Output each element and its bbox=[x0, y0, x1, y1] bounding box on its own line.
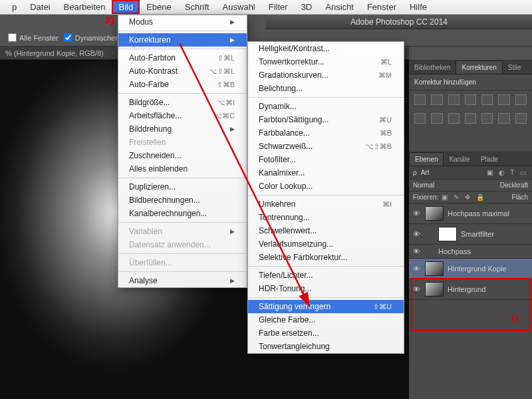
all-windows-checkbox[interactable] bbox=[8, 33, 17, 42]
tab-korrekturen[interactable]: Korrekturen bbox=[456, 61, 502, 74]
menuitem-tiefen-lichter-[interactable]: Tiefen/Lichter... bbox=[248, 269, 404, 282]
app-title: Adobe Photoshop CC 2014 bbox=[266, 15, 532, 29]
menuitem-auto-farbe[interactable]: Auto-Farbe⇧⌘B bbox=[118, 78, 247, 91]
menu-hilfe[interactable]: Hilfe bbox=[403, 0, 434, 14]
menuitem-belichtung-[interactable]: Belichtung... bbox=[248, 82, 404, 95]
menuitem-umkehren[interactable]: Umkehren⌘I bbox=[248, 198, 404, 211]
menuitem-hdr-tonung-[interactable]: HDR-Tonung... bbox=[248, 282, 404, 295]
menuitem-gleiche-farbe-[interactable]: Gleiche Farbe... bbox=[248, 313, 404, 327]
opacity-label: Deckkraft bbox=[500, 182, 528, 189]
menu-p[interactable]: p bbox=[5, 0, 23, 14]
menu-filter[interactable]: Filter bbox=[262, 0, 295, 14]
layer-panel-tabs: EbenenKanälePfade bbox=[409, 152, 532, 166]
all-windows-label: Alle Fenster bbox=[19, 34, 59, 42]
visibility-icon[interactable]: 👁 bbox=[412, 247, 421, 255]
layer-name: Hochpass maximal bbox=[448, 209, 509, 217]
adjustment-icons-row2 bbox=[409, 109, 532, 128]
menu-schrift[interactable]: Schrift bbox=[178, 0, 216, 14]
menuitem-schwellenwert-[interactable]: Schwellenwert... bbox=[248, 224, 404, 237]
menuitem-kanalmixer-[interactable]: Kanalmixer... bbox=[248, 166, 404, 180]
layer-name: Hintergrund bbox=[448, 285, 485, 293]
layer-thumb bbox=[438, 227, 457, 241]
visibility-icon[interactable]: 👁 bbox=[412, 230, 421, 238]
layer-row[interactable]: 👁Hochpass bbox=[409, 245, 532, 259]
menuitem-bildberechnungen-[interactable]: Bildberechnungen... bbox=[118, 194, 247, 207]
right-panel: BibliothekenKorrekturenStile Korrektur h… bbox=[409, 60, 532, 399]
layer-row[interactable]: 👁Hintergrund Kopie bbox=[409, 259, 532, 279]
menuitem-fotofilter-[interactable]: Fotofilter... bbox=[248, 153, 404, 166]
submenu-korrekturen: Helligkeit/Kontrast...Tonwertkorrektur..… bbox=[247, 41, 404, 354]
dynamic-label: Dynamischer bbox=[75, 34, 118, 42]
visibility-icon[interactable]: 👁 bbox=[412, 209, 421, 217]
menuitem-helligkeit-kontrast-[interactable]: Helligkeit/Kontrast... bbox=[248, 42, 404, 55]
tab-ebenen[interactable]: Ebenen bbox=[409, 152, 444, 166]
menuitem-farbbalance-[interactable]: Farbbalance...⌘B bbox=[248, 126, 404, 140]
tab-bibliotheken[interactable]: Bibliotheken bbox=[409, 61, 456, 74]
layer-name: Smartfilter bbox=[461, 230, 494, 238]
lock-label: Fixieren: bbox=[413, 194, 438, 201]
menu-bild[interactable]: Bild bbox=[112, 0, 140, 14]
menu-bearbeiten[interactable]: Bearbeiten bbox=[57, 0, 112, 14]
menu-fenster[interactable]: Fenster bbox=[360, 0, 403, 14]
layers-list: 👁Hochpass maximal👁Smartfilter👁Hochpass👁H… bbox=[409, 203, 532, 300]
menuitem-duplizieren-[interactable]: Duplizieren... bbox=[118, 180, 247, 194]
menuitem-gradationskurven-[interactable]: Gradationskurven...⌘M bbox=[248, 68, 404, 82]
menubar: pDateiBearbeitenBildEbeneSchriftAuswahlF… bbox=[0, 0, 532, 15]
menuitem--berf-llen-: Überfüllen... bbox=[118, 256, 247, 269]
menuitem-farbe-ersetzen-[interactable]: Farbe ersetzen... bbox=[248, 327, 404, 340]
tab-pfade[interactable]: Pfade bbox=[475, 153, 503, 166]
menuitem-zuschneiden-[interactable]: Zuschneiden... bbox=[118, 149, 247, 162]
menuitem-korrekturen[interactable]: Korrekturen▶ bbox=[118, 33, 247, 47]
menuitem-kanalberechnungen-[interactable]: Kanalberechnungen... bbox=[118, 207, 247, 220]
layer-row[interactable]: 👁Smartfilter bbox=[409, 224, 532, 245]
layer-name: Hintergrund Kopie bbox=[448, 265, 507, 273]
menuitem-color-lookup-[interactable]: Color Lookup... bbox=[248, 180, 404, 193]
menuitem-datensatz-anwenden-: Datensatz anwenden... bbox=[118, 238, 247, 251]
tab-stile[interactable]: Stile bbox=[503, 61, 526, 74]
visibility-icon[interactable]: 👁 bbox=[412, 265, 421, 273]
menuitem-tonwertkorrektur-[interactable]: Tonwertkorrektur...⌘L bbox=[248, 55, 404, 68]
visibility-icon[interactable]: 👁 bbox=[412, 285, 421, 293]
tab-kanäle[interactable]: Kanäle bbox=[444, 153, 475, 166]
menu-bild-dropdown: Modus▶Korrekturen▶Auto-Farbton⇧⌘LAuto-Ko… bbox=[118, 15, 247, 288]
menuitem-verlaufsumsetzung-[interactable]: Verlaufsumsetzung... bbox=[248, 237, 404, 251]
menuitem-bildgr-e-[interactable]: Bildgröße...⌥⌘I bbox=[118, 96, 247, 109]
menuitem-s-ttigung-verringern[interactable]: Sättigung verringern⇧⌘U bbox=[248, 300, 404, 313]
panel-tabs-top: BibliothekenKorrekturenStile bbox=[409, 60, 532, 74]
menuitem-bilddrehung[interactable]: Bilddrehung▶ bbox=[118, 122, 247, 136]
layer-thumb bbox=[425, 206, 444, 221]
menuitem-tonwertangleichung[interactable]: Tonwertangleichung bbox=[248, 340, 404, 353]
menuitem-variablen: Variablen▶ bbox=[118, 225, 247, 238]
menu-datei[interactable]: Datei bbox=[23, 0, 57, 14]
menuitem-dynamik-[interactable]: Dynamik... bbox=[248, 100, 404, 113]
menuitem-selektive-farbkorrektur-[interactable]: Selektive Farbkorrektur... bbox=[248, 251, 404, 264]
menuitem-freistellen: Freistellen bbox=[118, 136, 247, 149]
menu-auswahl[interactable]: Auswahl bbox=[216, 0, 262, 14]
layer-thumb bbox=[425, 261, 444, 276]
menuitem-arbeitsfl-che-[interactable]: Arbeitsfläche...⌥⌘C bbox=[118, 109, 247, 122]
layer-row[interactable]: 👁Hochpass maximal bbox=[409, 203, 532, 224]
menuitem-farbton-s-ttigung-[interactable]: Farbton/Sättigung...⌘U bbox=[248, 113, 404, 126]
fill-label: Fläch bbox=[512, 194, 528, 201]
adjustment-icons-row1 bbox=[409, 90, 532, 109]
layer-filter-label[interactable]: Art bbox=[421, 169, 483, 176]
menu-3d[interactable]: 3D bbox=[295, 0, 319, 14]
menuitem-auto-kontrast[interactable]: Auto-Kontrast⌥⇧⌘L bbox=[118, 65, 247, 78]
blend-mode[interactable]: Normal bbox=[413, 182, 496, 189]
menu-ansicht[interactable]: Ansicht bbox=[319, 0, 360, 14]
annotation-step2: 2) bbox=[105, 14, 114, 25]
menuitem-modus[interactable]: Modus▶ bbox=[118, 15, 247, 29]
menuitem-analyse[interactable]: Analyse▶ bbox=[118, 274, 247, 287]
dynamic-checkbox[interactable] bbox=[64, 33, 72, 42]
layer-thumb bbox=[425, 282, 444, 297]
menuitem-auto-farbton[interactable]: Auto-Farbton⇧⌘L bbox=[118, 51, 247, 65]
menuitem-tontrennung-[interactable]: Tontrennung... bbox=[248, 211, 404, 224]
menu-ebene[interactable]: Ebene bbox=[140, 0, 178, 14]
menuitem-schwarzwei-[interactable]: Schwarzweiß...⌥⇧⌘B bbox=[248, 140, 404, 153]
annotation-step1: 1) bbox=[510, 313, 519, 324]
layer-name: Hochpass bbox=[438, 247, 471, 255]
layer-row[interactable]: 👁Hintergrund bbox=[409, 279, 532, 300]
menuitem-alles-einblenden[interactable]: Alles einblenden bbox=[118, 162, 247, 176]
add-correction-label: Korrektur hinzufügen bbox=[409, 74, 532, 90]
